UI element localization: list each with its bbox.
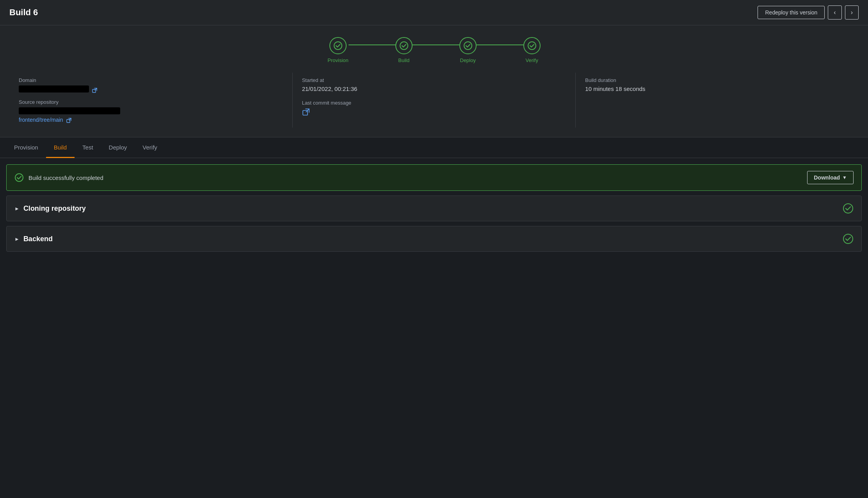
page-header: Build 6 Redeploy this version ‹ › xyxy=(0,0,868,25)
duration-label: Build duration xyxy=(585,77,849,83)
source-repo-container: Source repository frontend/tree/main xyxy=(19,99,283,123)
step-label-build: Build xyxy=(398,57,409,63)
nav-next-button[interactable]: › xyxy=(845,5,859,20)
started-label: Started at xyxy=(302,77,566,83)
info-domain-section: Domain Source repository frontend xyxy=(9,73,292,128)
source-branch-link[interactable]: frontend/tree/main xyxy=(19,117,63,123)
step-circle-provision xyxy=(329,37,347,54)
step-circle-build xyxy=(395,37,413,54)
success-text: Build successfully completed xyxy=(28,174,103,181)
backend-left: ► Backend xyxy=(14,235,53,243)
commit-section: Last commit message xyxy=(302,100,566,117)
backend-title: Backend xyxy=(23,235,53,243)
backend-section[interactable]: ► Backend xyxy=(6,226,862,252)
main-content: Build successfully completed Download ▼ … xyxy=(0,158,868,258)
svg-point-10 xyxy=(15,174,23,181)
domain-label: Domain xyxy=(19,77,283,83)
download-label: Download xyxy=(814,174,840,181)
tab-deploy[interactable]: Deploy xyxy=(101,138,135,158)
external-link-icon-branch xyxy=(66,118,71,123)
source-branch-row: frontend/tree/main xyxy=(19,117,283,123)
success-banner-left: Build successfully completed xyxy=(14,173,103,182)
tab-build[interactable]: Build xyxy=(46,138,75,158)
cloning-arrow-icon: ► xyxy=(14,206,20,212)
svg-point-2 xyxy=(464,42,472,50)
info-started-section: Started at 21/01/2022, 00:21:36 Last com… xyxy=(293,73,576,128)
duration-value: 10 minutes 18 seconds xyxy=(585,85,849,92)
domain-value xyxy=(19,85,283,93)
step-circle-deploy xyxy=(459,37,477,54)
source-url-redacted xyxy=(19,107,283,114)
tabs-section: Provision Build Test Deploy Verify xyxy=(0,137,868,158)
external-link-icon-commit xyxy=(302,108,310,116)
svg-point-1 xyxy=(400,42,408,50)
download-arrow-icon: ▼ xyxy=(842,175,847,180)
svg-point-0 xyxy=(334,42,342,50)
success-banner: Build successfully completed Download ▼ xyxy=(6,164,862,191)
step-connector-2 xyxy=(413,44,459,45)
download-button[interactable]: Download ▼ xyxy=(807,171,854,184)
source-url-bar xyxy=(19,107,120,114)
backend-arrow-icon: ► xyxy=(14,236,20,242)
step-label-deploy: Deploy xyxy=(460,57,476,63)
svg-point-12 xyxy=(843,234,853,244)
success-check-icon xyxy=(14,173,24,182)
check-icon-deploy xyxy=(464,41,472,50)
step-connector-1 xyxy=(349,44,395,45)
pipeline-step-build: Build xyxy=(395,37,413,63)
info-grid: Domain Source repository frontend xyxy=(9,73,859,128)
cloning-left: ► Cloning repository xyxy=(14,205,86,213)
info-duration-section: Build duration 10 minutes 18 seconds xyxy=(576,73,859,128)
header-actions: Redeploy this version ‹ › xyxy=(758,5,859,20)
step-label-provision: Provision xyxy=(327,57,348,63)
commit-label: Last commit message xyxy=(302,100,566,106)
external-link-domain[interactable] xyxy=(92,86,97,93)
tab-test[interactable]: Test xyxy=(75,138,101,158)
tab-provision[interactable]: Provision xyxy=(6,138,46,158)
pipeline-step-provision: Provision xyxy=(327,37,348,63)
svg-point-3 xyxy=(528,42,536,50)
step-label-verify: Verify xyxy=(525,57,538,63)
page-title: Build 6 xyxy=(9,7,38,18)
pipeline-section: Provision Build Deploy xyxy=(0,25,868,137)
pipeline-step-deploy: Deploy xyxy=(459,37,477,63)
step-connector-3 xyxy=(477,44,523,45)
external-link-icon xyxy=(92,88,97,93)
commit-link[interactable] xyxy=(302,108,566,117)
pipeline-steps: Provision Build Deploy xyxy=(9,37,859,63)
check-icon-provision xyxy=(334,41,342,50)
svg-point-11 xyxy=(843,204,853,213)
check-icon-verify xyxy=(528,41,536,50)
step-circle-verify xyxy=(523,37,541,54)
check-icon-build xyxy=(400,41,408,50)
domain-redacted xyxy=(19,85,89,92)
cloning-section[interactable]: ► Cloning repository xyxy=(6,196,862,221)
redeploy-button[interactable]: Redeploy this version xyxy=(758,6,825,19)
cloning-status-icon xyxy=(843,203,854,214)
tab-verify[interactable]: Verify xyxy=(135,138,165,158)
started-value: 21/01/2022, 00:21:36 xyxy=(302,85,566,92)
cloning-title: Cloning repository xyxy=(23,205,86,213)
tabs-list: Provision Build Test Deploy Verify xyxy=(0,137,868,158)
source-label: Source repository xyxy=(19,99,283,105)
backend-status-icon xyxy=(843,233,854,244)
pipeline-step-verify: Verify xyxy=(523,37,541,63)
nav-prev-button[interactable]: ‹ xyxy=(828,5,841,20)
